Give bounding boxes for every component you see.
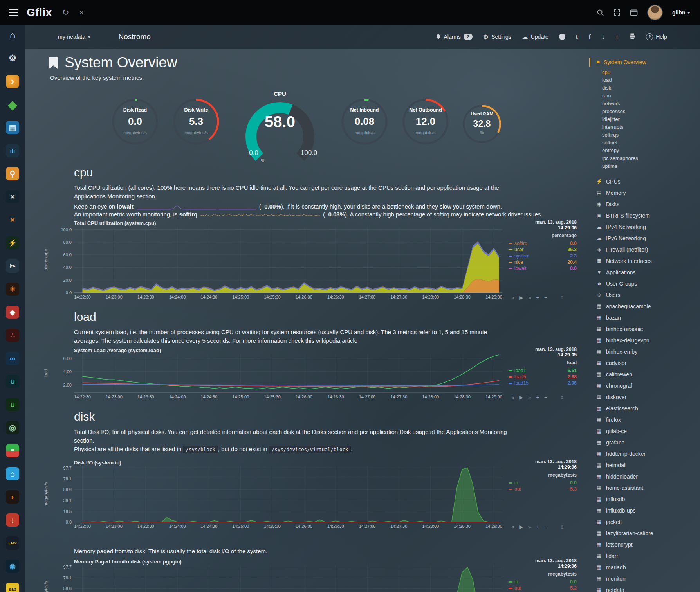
menu-item[interactable]: ☁ IPv4 Networking (596, 221, 700, 232)
submenu-item[interactable]: network (602, 100, 700, 108)
legend-row[interactable]: out -5.2 (509, 585, 577, 591)
menu-item[interactable]: ▦ influxdb-ups (596, 505, 700, 516)
menu-item[interactable]: ▦ lidarr (596, 550, 700, 561)
disk-io-chart[interactable]: Disk I/O (system.io) megabytes/s 14:22:3… (74, 460, 583, 530)
net-inbound-gauge[interactable]: Net Inbound 0.08 megabits/s (340, 97, 389, 146)
help-button[interactable]: ? Help (646, 33, 667, 40)
legend-row[interactable]: system 2.3 (509, 253, 577, 259)
submenu-item[interactable]: softirqs (602, 131, 700, 139)
menu-item[interactable]: ▦ influxdb (596, 493, 700, 505)
app-icon-blue-stack[interactable]: ▤ (6, 121, 19, 134)
submenu-item[interactable]: uptime (602, 162, 700, 170)
legend-row[interactable]: load15 2.06 (509, 380, 577, 386)
facebook-icon[interactable]: f (589, 34, 591, 40)
pan-backward-icon[interactable]: « (511, 295, 514, 300)
pan-forward-icon[interactable]: » (528, 295, 531, 300)
legend-row[interactable]: nice 20.4 (509, 259, 577, 265)
settings-gear-icon[interactable]: ⚙ (6, 52, 19, 65)
menu-item[interactable]: ▦ diskover (596, 391, 700, 403)
app-icon-bug[interactable]: ✳ (6, 283, 19, 296)
menu-item[interactable]: ♥ Applications (596, 266, 700, 278)
app-icon-red-dots[interactable]: ∴ (6, 329, 19, 342)
cpu-gauge[interactable]: CPU 58.0 0.0 100.0 % (235, 90, 325, 166)
app-icon-orange-play[interactable]: › (6, 75, 19, 88)
app-icon-blue-home[interactable]: ⌂ (6, 467, 19, 480)
update-button[interactable]: ☁ Update (522, 33, 548, 41)
zoom-in-icon[interactable]: + (536, 524, 539, 530)
resize-handle-icon[interactable]: ↕ (561, 524, 563, 530)
menu-item[interactable]: ▦ calibreweb (596, 369, 700, 380)
menu-item[interactable]: ▦ mariadb (596, 561, 700, 573)
home-icon[interactable]: ⌂ (6, 29, 19, 42)
menu-item[interactable]: ☻ User Groups (596, 278, 700, 289)
resize-handle-icon[interactable]: ↕ (561, 294, 563, 300)
submenu-item[interactable]: entropy (602, 147, 700, 155)
legend-row[interactable]: in 0.0 (509, 579, 577, 585)
pan-backward-icon[interactable]: « (511, 524, 514, 530)
download-icon[interactable]: ↓ (601, 34, 605, 40)
app-icon-orange-x[interactable]: ✕ (6, 213, 19, 227)
menu-item[interactable]: ▦ chronograf (596, 380, 700, 391)
menu-item[interactable]: ≣ Network Interfaces (596, 255, 700, 266)
legend-row[interactable]: user 35.3 (509, 247, 577, 253)
menu-item[interactable]: ▦ cadvisor (596, 357, 700, 369)
menu-item[interactable]: ☁ IPv6 Networking (596, 232, 700, 244)
menu-item[interactable]: ▦ gitlab-ce (596, 425, 700, 437)
submenu-item[interactable]: load (602, 76, 700, 84)
resize-handle-icon[interactable]: ↕ (561, 394, 563, 400)
app-icon-blue-rings[interactable]: ∞ (6, 352, 19, 365)
app-icon-lazy[interactable]: LAZY (6, 536, 19, 550)
chart-plot-area[interactable]: 14:22:3014:23:0014:23:3014:24:0014:24:30… (74, 466, 502, 530)
pan-forward-icon[interactable]: » (528, 524, 531, 530)
menu-item[interactable]: ▦ binhex-delugevpn (596, 335, 700, 346)
memory-paged-chart[interactable]: Memory Paged from/to disk (system.pgpgio… (74, 559, 583, 592)
net-outbound-gauge[interactable]: Net Outbound 12.0 megabits/s (401, 97, 450, 146)
load-chart[interactable]: System Load Average (system.load) load 1… (74, 347, 583, 400)
menu-item[interactable]: ▤ Memory (596, 187, 700, 198)
zoom-out-icon[interactable]: − (544, 295, 547, 300)
menu-item[interactable]: ▦ heimdall (596, 459, 700, 471)
softirq-sparkline[interactable] (200, 212, 320, 218)
menu-item[interactable]: ▦ jackett (596, 516, 700, 527)
menu-item[interactable]: ▦ hiddenloader (596, 471, 700, 482)
menu-item[interactable]: ▦ elasticsearch (596, 403, 700, 414)
app-icon-green-bolt[interactable]: ⚡ (6, 236, 19, 250)
menu-item[interactable]: ▦ hddtemp-docker (596, 448, 700, 459)
cpu-chart[interactable]: Total CPU utilization (system.cpu) perce… (74, 220, 583, 300)
submenu-item[interactable]: interrupts (602, 123, 700, 131)
iowait-sparkline[interactable] (137, 204, 256, 210)
pan-forward-icon[interactable]: » (528, 394, 531, 400)
github-icon[interactable] (559, 34, 565, 40)
menu-item[interactable]: ▦ firefox (596, 414, 700, 425)
menu-item[interactable]: ▣ BTRFS filesystem (596, 210, 700, 221)
search-icon[interactable] (597, 9, 604, 16)
hamburger-menu-icon[interactable] (9, 9, 18, 16)
app-icon-blue-drop[interactable]: ◉ (6, 560, 19, 573)
app-icon-red-arrow[interactable]: ↓ (6, 513, 19, 527)
submenu-item[interactable]: disk (602, 84, 700, 92)
app-icon-magnifier[interactable]: ⚲ (6, 167, 19, 180)
fullscreen-icon[interactable] (613, 9, 621, 16)
settings-button[interactable]: ⚙ Settings (483, 33, 511, 41)
menu-item[interactable]: ▦ bazarr (596, 312, 700, 323)
menu-system-overview[interactable]: ⚑ System Overview (589, 58, 700, 67)
avatar[interactable] (647, 5, 663, 20)
menu-item[interactable]: ▦ netdata (596, 584, 700, 592)
server-dropdown[interactable]: my-netdata ▾ (58, 34, 90, 40)
scissors-icon[interactable]: ✂ (6, 259, 19, 273)
print-icon[interactable] (629, 33, 635, 40)
menu-item[interactable]: ▦ binhex-airsonic (596, 323, 700, 335)
menu-item[interactable]: ☺ Users (596, 289, 700, 300)
submenu-item[interactable]: ram (602, 92, 700, 100)
menu-item[interactable]: ◈ Firewall (netfilter) (596, 244, 700, 255)
legend-row[interactable]: load5 2.68 (509, 374, 577, 380)
play-icon[interactable]: ▶ (519, 394, 523, 400)
app-icon-green-diamond[interactable]: ◆ (6, 98, 19, 111)
app-icon-sound-bars[interactable]: ılı (6, 144, 19, 157)
legend-row[interactable]: out -5.3 (509, 486, 577, 492)
zoom-in-icon[interactable]: + (536, 394, 539, 400)
chart-plot-area[interactable]: 14:22:3014:23:0014:23:3014:24:0014:24:30… (74, 565, 502, 592)
menu-item[interactable]: ▦ letsencrypt (596, 539, 700, 550)
menu-item[interactable]: ▦ apacheguacamole (596, 300, 700, 312)
zoom-in-icon[interactable]: + (536, 295, 539, 300)
